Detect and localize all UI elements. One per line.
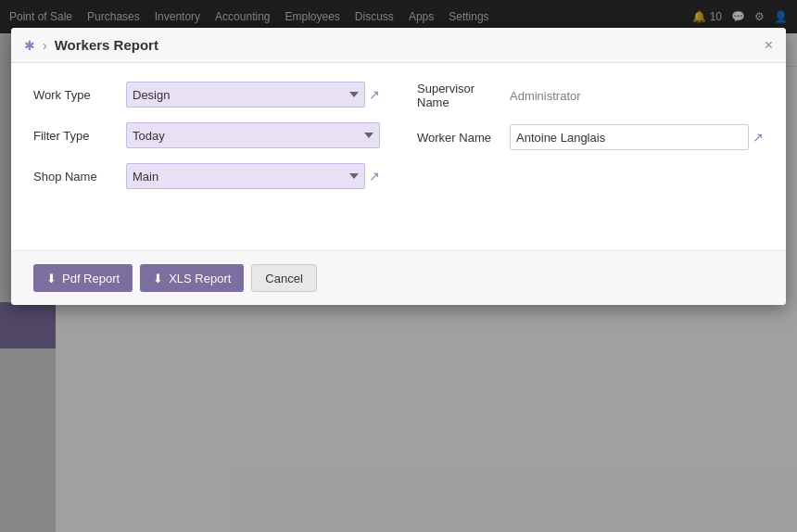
filter-type-row: Filter Type Today This Week This Month (33, 122, 380, 148)
work-type-select[interactable]: Design Other (126, 82, 365, 108)
shop-name-label: Shop Name (33, 170, 126, 184)
modal-body: Work Type Design Other ↗ Filter Type Tod… (11, 63, 786, 222)
modal-gear-icon: ✱ (24, 38, 35, 53)
shop-name-external-link-icon[interactable]: ↗ (369, 169, 380, 184)
worker-name-label: Worker Name (417, 131, 510, 145)
modal-right-column: Supervisor Name Administrator Worker Nam… (417, 82, 764, 204)
modal-header: ✱ › Workers Report × (11, 28, 786, 63)
modal-title: Workers Report (55, 37, 158, 53)
pdf-report-button[interactable]: ⬇ Pdf Report (33, 264, 133, 292)
worker-name-control: ↗ (510, 124, 764, 150)
work-type-external-link-icon[interactable]: ↗ (369, 87, 380, 102)
work-type-row: Work Type Design Other ↗ (33, 82, 380, 108)
filter-type-control: Today This Week This Month (126, 122, 380, 148)
modal-breadcrumb-arrow: › (43, 38, 47, 53)
workers-report-modal: ✱ › Workers Report × Work Type Design Ot… (11, 28, 786, 305)
supervisor-name-row: Supervisor Name Administrator (417, 82, 764, 109)
modal-left-column: Work Type Design Other ↗ Filter Type Tod… (33, 82, 380, 204)
supervisor-name-value: Administrator (510, 89, 581, 103)
shop-name-control: Main Branch 1 ↗ (126, 163, 380, 189)
modal-close-button[interactable]: × (765, 38, 773, 53)
work-type-label: Work Type (33, 88, 126, 102)
filter-type-select[interactable]: Today This Week This Month (126, 122, 380, 148)
xls-report-button[interactable]: ⬇ XLS Report (140, 264, 244, 292)
modal-footer: ⬇ Pdf Report ⬇ XLS Report Cancel (11, 250, 786, 305)
worker-name-external-link-icon[interactable]: ↗ (753, 130, 764, 145)
supervisor-name-label: Supervisor Name (417, 82, 510, 109)
work-type-control: Design Other ↗ (126, 82, 380, 108)
pdf-icon: ⬇ (46, 272, 57, 285)
filter-type-label: Filter Type (33, 129, 126, 143)
modal-spacer (11, 222, 786, 250)
worker-name-row: Worker Name ↗ (417, 124, 764, 150)
shop-name-select[interactable]: Main Branch 1 (126, 163, 365, 189)
supervisor-name-control: Administrator (510, 89, 764, 103)
cancel-button[interactable]: Cancel (251, 264, 316, 292)
worker-name-input[interactable] (510, 124, 749, 150)
shop-name-row: Shop Name Main Branch 1 ↗ (33, 163, 380, 189)
xls-icon: ⬇ (153, 272, 163, 285)
